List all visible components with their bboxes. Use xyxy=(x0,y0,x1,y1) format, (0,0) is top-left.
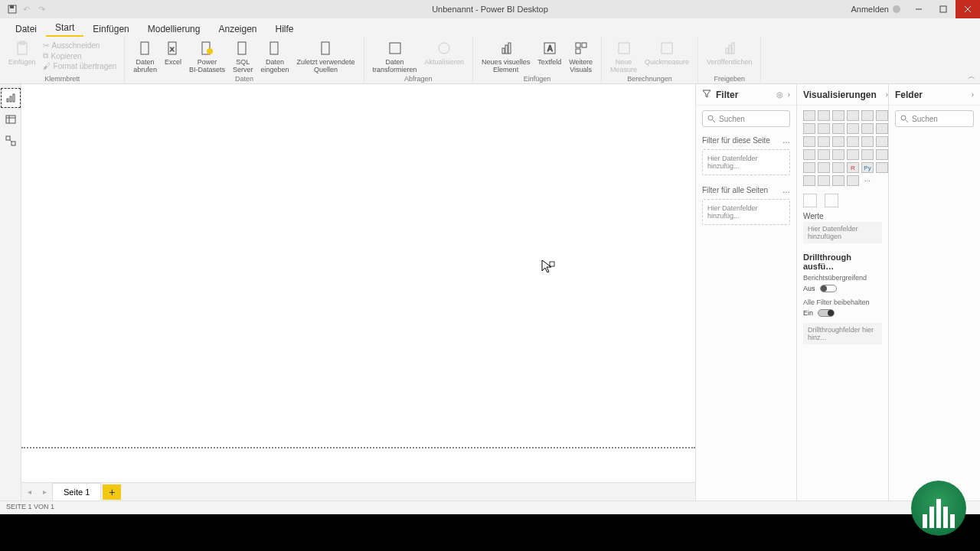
viz-line-clustered[interactable] xyxy=(861,123,874,134)
maximize-button[interactable] xyxy=(931,0,956,18)
viz-treemap[interactable] xyxy=(876,136,888,147)
svg-rect-15 xyxy=(322,42,329,54)
viz-stacked-bar[interactable] xyxy=(803,110,815,121)
fields-tab-icon[interactable] xyxy=(803,194,817,207)
viz-matrix[interactable]: R xyxy=(847,162,859,173)
add-page-button[interactable]: + xyxy=(103,484,121,500)
collapse-ribbon-icon[interactable]: ︿ xyxy=(968,71,975,82)
filter-all-more-icon[interactable]: … xyxy=(782,186,790,194)
page-prev-button[interactable]: ◂ xyxy=(21,487,37,496)
more-visuals-button[interactable]: Weitere Visuals xyxy=(565,40,596,74)
minimize-button[interactable] xyxy=(906,0,931,18)
viz-paginated[interactable] xyxy=(832,175,844,186)
viz-qna[interactable] xyxy=(818,175,830,186)
menu-modellierung[interactable]: Modellierung xyxy=(139,21,210,37)
viz-gauge[interactable] xyxy=(847,149,859,160)
viz-area[interactable] xyxy=(818,123,830,134)
menu-anzeigen[interactable]: Anzeigen xyxy=(209,21,266,37)
menu-hilfe[interactable]: Hilfe xyxy=(266,21,303,37)
viz-100-bar[interactable] xyxy=(861,110,874,121)
viz-key-influencers[interactable] xyxy=(876,162,888,173)
recent-sources-button[interactable]: Zuletzt verwendete Quellen xyxy=(293,40,359,74)
filter-search-input[interactable]: Suchen xyxy=(702,110,790,127)
report-view-button[interactable] xyxy=(1,88,21,108)
svg-rect-38 xyxy=(11,142,15,145)
fields-pane: Felder› Suchen xyxy=(888,84,980,500)
svg-rect-19 xyxy=(505,45,508,54)
filter-all-dropwell[interactable]: Hier Datenfelder hinzufüg... xyxy=(702,199,790,225)
values-dropwell[interactable]: Hier Datenfelder hinzufügen xyxy=(803,222,882,243)
cross-report-toggle[interactable] xyxy=(820,285,837,292)
viz-python[interactable]: Py xyxy=(861,162,874,173)
pbi-datasets-button[interactable]: Power BI-Datasets xyxy=(185,40,229,74)
viz-clustered-bar[interactable] xyxy=(832,110,844,121)
filter-page-more-icon[interactable]: … xyxy=(782,136,790,145)
page-next-button[interactable]: ▸ xyxy=(37,487,52,496)
viz-funnel[interactable] xyxy=(818,136,830,147)
menu-start[interactable]: Start xyxy=(46,19,83,37)
sql-server-button[interactable]: SQL Server xyxy=(229,40,257,74)
publish-button: Veröffentlichen xyxy=(703,40,756,66)
viz-kpi[interactable] xyxy=(803,162,815,173)
close-button[interactable] xyxy=(956,0,980,18)
fields-search-input[interactable]: Suchen xyxy=(895,110,974,127)
excel-button[interactable]: XExcel xyxy=(161,40,185,66)
svg-line-44 xyxy=(906,120,908,122)
viz-line[interactable] xyxy=(803,123,815,134)
viz-shape-map[interactable] xyxy=(832,149,844,160)
viz-slicer[interactable] xyxy=(818,162,830,173)
format-tab-icon[interactable] xyxy=(825,194,838,207)
viz-ribbon[interactable] xyxy=(876,123,888,134)
viz-100-column[interactable] xyxy=(876,110,888,121)
svg-rect-28 xyxy=(726,48,728,54)
format-painter-button: 🖌 Format übertragen xyxy=(43,62,117,70)
new-visual-button[interactable]: Neues visuelles Element xyxy=(478,40,534,74)
redo-icon[interactable]: ↷ xyxy=(38,5,47,14)
svg-point-12 xyxy=(207,48,213,54)
svg-rect-20 xyxy=(508,43,511,54)
page-tab-1[interactable]: Seite 1 xyxy=(52,483,101,501)
textbox-button[interactable]: ATextfeld xyxy=(534,40,565,66)
fields-collapse-icon[interactable]: › xyxy=(972,90,974,99)
viz-card[interactable] xyxy=(861,149,874,160)
copy-button: ⧉ Kopieren xyxy=(43,51,117,60)
filter-eye-icon[interactable]: ◎ xyxy=(776,90,783,99)
viz-stacked-column[interactable] xyxy=(818,110,830,121)
svg-text:A: A xyxy=(547,44,553,53)
enter-data-button[interactable]: Daten eingeben xyxy=(256,40,292,74)
menu-einfuegen[interactable]: Einfügen xyxy=(83,21,138,37)
svg-rect-8 xyxy=(141,42,149,54)
transform-data-button[interactable]: Daten transformieren xyxy=(369,40,421,74)
menu-datei[interactable]: Datei xyxy=(6,21,46,37)
save-icon[interactable] xyxy=(8,5,17,14)
filter-collapse-icon[interactable]: › xyxy=(788,90,790,99)
clipboard-stack: ✂ Ausschneiden ⧉ Kopieren 🖌 Format übert… xyxy=(40,40,120,72)
viz-decomp[interactable] xyxy=(803,175,815,186)
viz-table[interactable] xyxy=(832,162,844,173)
viz-arcgis[interactable] xyxy=(847,175,859,186)
viz-scatter[interactable] xyxy=(832,136,844,147)
viz-pie[interactable] xyxy=(847,136,859,147)
signin-button[interactable]: Anmelden xyxy=(844,5,906,14)
model-view-button[interactable] xyxy=(1,131,21,151)
get-data-button[interactable]: Daten abrufen xyxy=(129,40,161,74)
visualizations-pane: Visualisierungen› RPy ⋯ Werte Hier Daten… xyxy=(796,84,888,500)
data-view-button[interactable] xyxy=(1,109,21,129)
viz-more-button[interactable]: ⋯ xyxy=(861,175,874,186)
avatar-icon xyxy=(893,5,900,13)
viz-map[interactable] xyxy=(803,149,815,160)
keep-filters-label: Alle Filter beibehalten xyxy=(797,297,888,308)
viz-donut[interactable] xyxy=(861,136,874,147)
viz-waterfall[interactable] xyxy=(803,136,815,147)
drillthrough-dropwell[interactable]: Drillthroughfelder hier hinz... xyxy=(803,323,882,344)
undo-icon[interactable]: ↶ xyxy=(23,5,32,14)
filter-page-dropwell[interactable]: Hier Datenfelder hinzufüg... xyxy=(702,149,790,175)
viz-line-column[interactable] xyxy=(847,123,859,134)
viz-multi-card[interactable] xyxy=(876,149,888,160)
keep-filters-toggle[interactable] xyxy=(818,309,835,317)
report-canvas[interactable] xyxy=(21,84,695,500)
quick-measure-button: Quickmeasure xyxy=(641,40,693,66)
viz-clustered-column[interactable] xyxy=(847,110,859,121)
viz-stacked-area[interactable] xyxy=(832,123,844,134)
viz-filled-map[interactable] xyxy=(818,149,830,160)
